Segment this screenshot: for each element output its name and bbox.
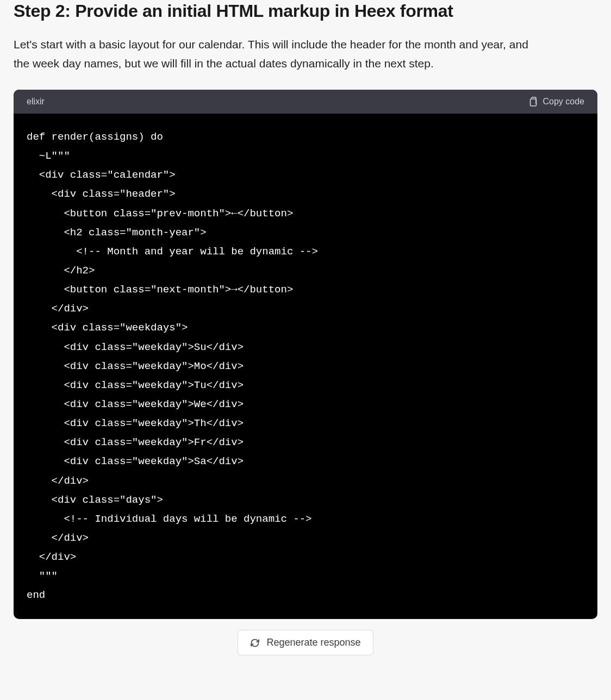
regenerate-label: Regenerate response xyxy=(266,637,360,648)
svg-rect-0 xyxy=(530,99,536,106)
copy-code-button[interactable]: Copy code xyxy=(528,96,585,107)
intro-paragraph: Let's start with a basic layout for our … xyxy=(14,35,535,73)
copy-code-label: Copy code xyxy=(543,97,585,107)
code-language-label: elixir xyxy=(27,97,45,107)
regenerate-button[interactable]: Regenerate response xyxy=(238,630,373,655)
step-heading: Step 2: Provide an initial HTML markup i… xyxy=(14,0,597,23)
code-header: elixir Copy code xyxy=(14,90,597,114)
code-block: elixir Copy code def render(assigns) do … xyxy=(14,90,597,620)
code-content: def render(assigns) do ~L""" <div class=… xyxy=(14,114,597,620)
refresh-icon xyxy=(250,638,260,648)
clipboard-icon xyxy=(528,96,538,107)
